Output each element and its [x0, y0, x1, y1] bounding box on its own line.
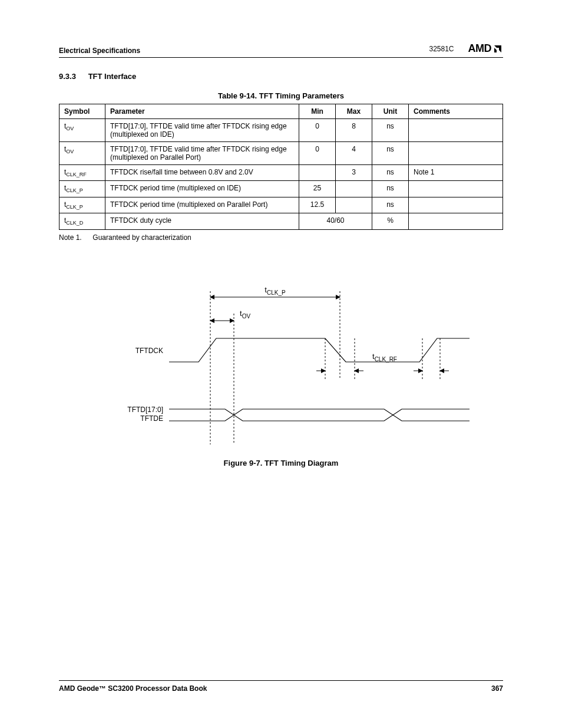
cell-parameter: TFTD[17:0], TFTDE valid time after TFTDC… [105, 119, 299, 142]
cell-max [336, 181, 372, 197]
col-comments: Comments [409, 104, 503, 119]
signal-tftde-label: TFTDE [140, 414, 163, 423]
header-section-title: Electrical Specifications [59, 47, 140, 55]
footer-page-number: 367 [491, 684, 503, 693]
table-row: tCLK_PTFTDCK period time (multiplexed on… [59, 181, 503, 197]
cell-min: 0 [299, 119, 336, 142]
cell-comments: Note 1 [409, 165, 503, 181]
cell-symbol: tOV [59, 119, 105, 142]
col-parameter: Parameter [105, 104, 299, 119]
table-note: Note 1. Guaranteed by characterization [59, 233, 503, 242]
cell-comments [409, 119, 503, 142]
col-unit: Unit [372, 104, 409, 119]
cell-comments [409, 142, 503, 165]
cell-min: 12.5 [299, 197, 336, 213]
cell-parameter: TFTDCK rise/fall time between 0.8V and 2… [105, 165, 299, 181]
cell-comments [409, 213, 503, 229]
doc-number: 32581C [429, 45, 454, 53]
label-tclkrf: tCLK_RF [372, 352, 397, 363]
amd-arrow-icon [492, 44, 503, 54]
note-label: Note 1. [59, 233, 91, 242]
page-header: Electrical Specifications 32581C AMD [59, 42, 503, 58]
section-heading: 9.3.3 TFT Interface [59, 72, 503, 81]
cell-comments [409, 181, 503, 197]
figure-caption: Figure 9-7. TFT Timing Diagram [59, 459, 503, 467]
cell-min [299, 165, 336, 181]
timing-parameters-table: Symbol Parameter Min Max Unit Comments t… [59, 104, 503, 230]
section-title: TFT Interface [88, 72, 137, 81]
cell-unit: ns [372, 181, 409, 197]
cell-symbol: tCLK_D [59, 213, 105, 229]
table-header-row: Symbol Parameter Min Max Unit Comments [59, 104, 503, 119]
cell-parameter: TFTDCK period time (multiplexed on Paral… [105, 197, 299, 213]
note-text: Guaranteed by characterization [92, 233, 191, 242]
cell-min: 0 [299, 142, 336, 165]
table-row: tOVTFTD[17:0], TFTDE valid time after TF… [59, 142, 503, 165]
cell-parameter: TFTDCK period time (multiplexed on IDE) [105, 181, 299, 197]
cell-symbol: tCLK_RF [59, 165, 105, 181]
table-row: tCLK_DTFTDCK duty cycle40/60% [59, 213, 503, 229]
signal-tftdck-label: TFTDCK [135, 347, 163, 355]
cell-symbol: tCLK_P [59, 197, 105, 213]
cell-max: 3 [336, 165, 372, 181]
cell-unit: ns [372, 197, 409, 213]
page: Electrical Specifications 32581C AMD 9.3… [0, 0, 562, 728]
table-row: tCLK_RFTFTDCK rise/fall time between 0.8… [59, 165, 503, 181]
cell-max [336, 197, 372, 213]
cell-min-max: 40/60 [299, 213, 372, 229]
cell-symbol: tCLK_P [59, 181, 105, 197]
cell-unit: % [372, 213, 409, 229]
col-max: Max [336, 104, 372, 119]
cell-parameter: TFTD[17:0], TFTDE valid time after TFTDC… [105, 142, 299, 165]
cell-min: 25 [299, 181, 336, 197]
timing-diagram-svg: tCLK_P tOV TFTDCK tCLK_RF TFTD[17:0] TFT… [92, 279, 470, 450]
label-tov: tOV [240, 309, 250, 319]
cell-max: 8 [336, 119, 372, 142]
cell-max: 4 [336, 142, 372, 165]
header-right: 32581C AMD [429, 42, 503, 55]
timing-diagram-figure: tCLK_P tOV TFTDCK tCLK_RF TFTD[17:0] TFT… [59, 279, 503, 467]
table-row: tCLK_PTFTDCK period time (multiplexed on… [59, 197, 503, 213]
section-number: 9.3.3 [59, 72, 86, 81]
cell-symbol: tOV [59, 142, 105, 165]
page-footer: AMD Geode™ SC3200 Processor Data Book 36… [59, 680, 503, 693]
cell-unit: ns [372, 165, 409, 181]
footer-title: AMD Geode™ SC3200 Processor Data Book [59, 684, 207, 693]
cell-parameter: TFTDCK duty cycle [105, 213, 299, 229]
waveform-data [169, 409, 470, 421]
cell-comments [409, 197, 503, 213]
col-min: Min [299, 104, 336, 119]
cell-unit: ns [372, 119, 409, 142]
cell-unit: ns [372, 142, 409, 165]
col-symbol: Symbol [59, 104, 105, 119]
waveform-tftdck [169, 338, 470, 362]
table-row: tOVTFTD[17:0], TFTDE valid time after TF… [59, 119, 503, 142]
signal-tftd-label: TFTD[17:0] [127, 406, 163, 414]
table-caption: Table 9-14. TFT Timing Parameters [59, 91, 503, 100]
amd-logo: AMD [468, 42, 504, 55]
label-tclkp: tCLK_P [265, 285, 286, 296]
